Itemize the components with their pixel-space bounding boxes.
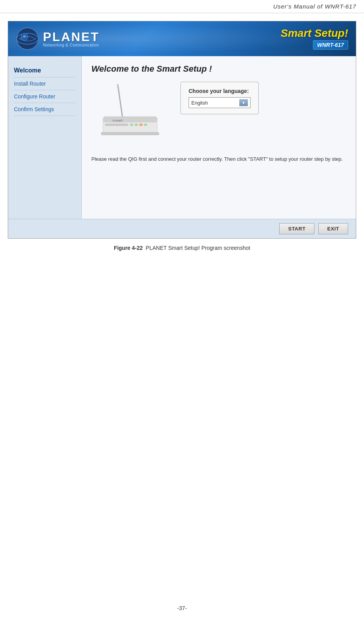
sidebar-item-welcome[interactable]: Welcome bbox=[14, 64, 76, 77]
svg-rect-13 bbox=[144, 124, 147, 126]
smart-setup-badge: Smart Setup! WNRT-617 bbox=[281, 28, 348, 50]
language-select[interactable]: English ▼ bbox=[189, 97, 251, 108]
app-body: Welcome Install Router Configure Router … bbox=[8, 56, 356, 219]
dropdown-arrow-icon[interactable]: ▼ bbox=[239, 99, 248, 106]
svg-line-5 bbox=[118, 89, 122, 117]
language-label: Choose your language: bbox=[189, 88, 251, 94]
svg-rect-9 bbox=[105, 124, 128, 126]
svg-text:PLANET: PLANET bbox=[113, 119, 124, 122]
planet-tagline: Networking & Communication bbox=[43, 43, 100, 47]
page-number: -37- bbox=[0, 593, 364, 619]
sidebar-item-install-router[interactable]: Install Router bbox=[14, 77, 76, 90]
svg-rect-8 bbox=[103, 117, 157, 122]
router-image: PLANET bbox=[91, 82, 169, 144]
exit-button[interactable]: EXIT bbox=[318, 223, 348, 234]
planet-logo: PLANET Networking & Communication bbox=[16, 27, 100, 50]
welcome-title: Welcome to the Smart Setup ! bbox=[91, 64, 346, 74]
figure-caption: Figure 4-22 PLANET Smart Setup! Program … bbox=[114, 245, 250, 251]
app-window: PLANET Networking & Communication Smart … bbox=[8, 21, 356, 239]
svg-line-6 bbox=[118, 85, 118, 89]
svg-rect-14 bbox=[101, 132, 159, 135]
planet-logo-text: PLANET Networking & Communication bbox=[43, 31, 100, 47]
figure-number: Figure 4-22 bbox=[114, 245, 143, 251]
content-middle: PLANET Choose your language: English ▼ bbox=[91, 82, 346, 144]
instructions-text: Please read the QIG first and connect yo… bbox=[91, 155, 346, 163]
smart-setup-text: Smart Setup! bbox=[281, 28, 348, 39]
svg-point-4 bbox=[23, 35, 26, 38]
content-area: Welcome to the Smart Setup ! bbox=[82, 56, 356, 219]
planet-logo-icon bbox=[16, 27, 39, 50]
start-button[interactable]: START bbox=[279, 223, 314, 234]
sidebar-item-configure-router[interactable]: Configure Router bbox=[14, 90, 76, 103]
model-badge: WNRT-617 bbox=[313, 40, 348, 50]
language-select-text: English bbox=[191, 100, 239, 106]
planet-brand-name: PLANET bbox=[43, 31, 100, 43]
svg-rect-10 bbox=[130, 124, 133, 126]
svg-rect-12 bbox=[139, 124, 143, 126]
page-title: User's Manual of WNRT-617 bbox=[0, 0, 364, 13]
language-box: Choose your language: English ▼ bbox=[180, 82, 259, 114]
app-header: PLANET Networking & Communication Smart … bbox=[8, 21, 356, 56]
figure-caption-text: PLANET Smart Setup! Program screenshot bbox=[146, 245, 250, 251]
footer-bar: START EXIT bbox=[8, 219, 356, 238]
sidebar-item-confirm-settings[interactable]: Confirm Settings bbox=[14, 103, 76, 116]
sidebar: Welcome Install Router Configure Router … bbox=[8, 56, 82, 219]
svg-rect-11 bbox=[135, 124, 138, 126]
